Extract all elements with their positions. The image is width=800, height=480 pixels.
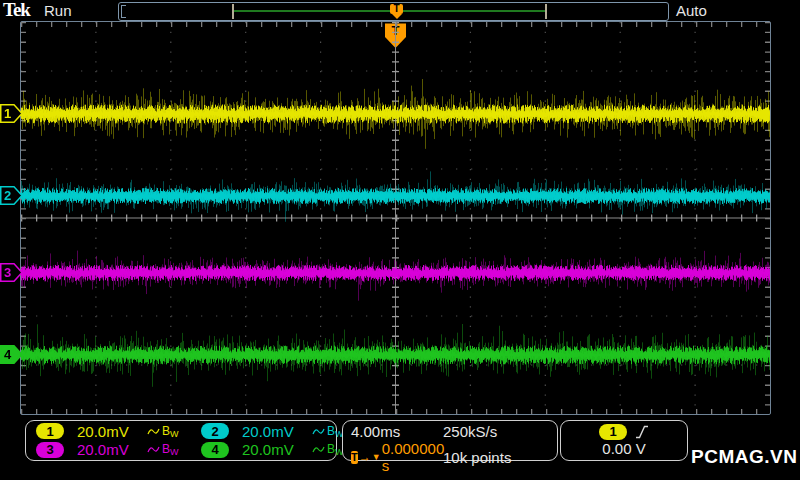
tek-logo: Tek xyxy=(3,0,30,21)
coupling-wave-icon xyxy=(147,427,160,436)
coupling-wave-icon xyxy=(312,445,325,454)
trigger-source-badge: 1 xyxy=(599,424,627,440)
sample-rate: 250kS/s xyxy=(443,423,497,440)
horizontal-readout-box[interactable]: 4.00ms 250kS/s T→▼0.000000 s 10k points xyxy=(342,420,558,461)
svg-text:1: 1 xyxy=(4,106,11,121)
channel-2-readout[interactable]: 2 20.0mV BW xyxy=(201,423,344,440)
waveform-canvas xyxy=(21,22,770,414)
channel-3-readout[interactable]: 3 20.0mV BW xyxy=(36,441,201,458)
channel-marker: 2 xyxy=(0,186,23,205)
record-view-bar: T xyxy=(118,2,669,21)
record-start-bracket-icon xyxy=(121,5,126,18)
record-trigger-arrow-icon xyxy=(392,14,402,19)
marker-down-icon: ▼ xyxy=(372,449,381,466)
watermark: PCMAG.VN xyxy=(691,446,797,468)
channel-4-scale: 20.0mV xyxy=(242,441,304,458)
svg-text:2: 2 xyxy=(4,188,11,203)
trigger-level: 0.00 V xyxy=(602,441,645,457)
trigger-mode-label: Auto xyxy=(676,2,707,19)
trigger-time-t-icon: T xyxy=(351,451,358,464)
channel-readouts-box: 1 20.0mV BW 2 20.0mV BW 3 20.0mV BW 4 xyxy=(25,420,337,461)
channel-marker: 4 xyxy=(0,345,23,364)
bandwidth-limit-icon: BW xyxy=(162,442,179,457)
record-trigger-marker-icon: T xyxy=(390,4,403,14)
rising-edge-icon xyxy=(635,424,649,440)
record-length: 10k points xyxy=(443,449,511,466)
channel-3-scale: 20.0mV xyxy=(77,441,139,458)
channel-1-readout[interactable]: 1 20.0mV BW xyxy=(36,423,201,440)
window-left-bracket-icon xyxy=(232,4,234,19)
svg-text:4: 4 xyxy=(4,347,12,362)
time-per-division: 4.00ms xyxy=(351,423,443,440)
channel-4-badge[interactable]: 4 xyxy=(201,442,229,458)
channel-4-readout[interactable]: 4 20.0mV BW xyxy=(201,441,344,458)
window-right-bracket-icon xyxy=(545,4,547,19)
channel-3-badge[interactable]: 3 xyxy=(36,442,64,458)
arrow-right-icon: → xyxy=(359,449,371,466)
channel-marker: 1 xyxy=(0,104,23,123)
channel-1-badge[interactable]: 1 xyxy=(36,423,64,439)
trigger-readout-box[interactable]: 1 0.00 V xyxy=(560,420,688,461)
trigger-time: 0.000000 s xyxy=(382,440,445,474)
coupling-wave-icon xyxy=(147,445,160,454)
acquisition-status: Run xyxy=(44,2,72,19)
channel-marker: 3 xyxy=(0,263,23,282)
channel-1-scale: 20.0mV xyxy=(77,423,139,440)
svg-text:3: 3 xyxy=(4,265,11,280)
bandwidth-limit-icon: BW xyxy=(162,424,179,439)
coupling-wave-icon xyxy=(312,427,325,436)
channel-2-badge[interactable]: 2 xyxy=(201,423,229,439)
graticule xyxy=(20,21,771,415)
oscilloscope-screen: Tek Run Auto T T xyxy=(0,0,800,480)
channel-2-scale: 20.0mV xyxy=(242,423,304,440)
